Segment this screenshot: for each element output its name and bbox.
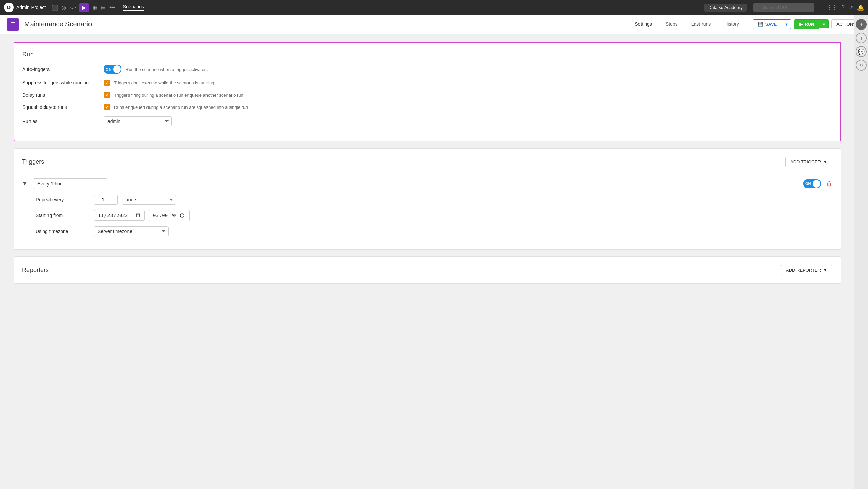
reporters-card: Reporters ADD REPORTER ▼ <box>14 256 841 284</box>
trigger-toggle-knob <box>813 180 820 188</box>
auto-triggers-desc: Run the scenario when a trigger activate… <box>125 67 208 72</box>
add-reporter-dropdown-icon: ▼ <box>823 268 827 273</box>
delay-runs-desc: Triggers firing during a scenario run en… <box>114 93 243 98</box>
run-button[interactable]: ▶ RUN <box>794 20 819 29</box>
trigger-name-input[interactable] <box>33 178 107 189</box>
tab-last-runs[interactable]: Last runs <box>685 19 718 30</box>
run-dropdown-arrow[interactable]: ▼ <box>819 20 828 28</box>
squash-runs-desc: Runs enqueued during a scenario run are … <box>114 105 248 110</box>
run-icon: ▶ <box>799 22 803 27</box>
suppress-triggers-checkbox[interactable]: ✓ <box>104 80 110 86</box>
auto-triggers-label: Auto-triggers <box>22 66 104 72</box>
repeat-unit-select[interactable]: hours minutes days weeks <box>122 195 176 205</box>
toolbar-navigation: Settings Steps Last runs History <box>628 19 746 30</box>
squash-runs-row: Squash delayed runs ✓ Runs enqueued duri… <box>22 104 832 110</box>
dataset-icon[interactable]: ▦ <box>92 4 97 11</box>
page-title: Maintenance Scenario <box>24 20 628 28</box>
run-card-title: Run <box>22 51 832 58</box>
starting-from-row: Starting from <box>36 210 832 221</box>
timezone-label: Using timezone <box>36 229 90 234</box>
repeat-every-label: Repeat every <box>36 197 90 202</box>
scenarios-label: Scenarios <box>123 4 144 11</box>
timezone-row: Using timezone Server timezone UTC Ameri… <box>36 226 832 236</box>
tab-settings[interactable]: Settings <box>628 19 659 30</box>
sidebar-info-icon[interactable]: i <box>856 33 867 43</box>
triggers-card: Triggers ADD TRIGGER ▼ ▼ ON 🗑 <box>14 148 841 250</box>
starting-from-time[interactable] <box>149 210 190 221</box>
more-icon[interactable]: ••• <box>109 4 115 11</box>
menu-icon[interactable]: ☰ <box>7 18 19 31</box>
run-card: Run Auto-triggers ON Run the scenario wh… <box>14 42 841 141</box>
auto-triggers-toggle[interactable]: ON <box>104 65 121 74</box>
help-icon[interactable]: ? <box>842 4 845 11</box>
run-as-select[interactable]: admin <box>104 116 172 126</box>
squash-runs-control: ✓ Runs enqueued during a scenario run ar… <box>104 104 248 110</box>
triggers-card-title: Triggers <box>22 158 44 165</box>
secondary-toolbar: ☰ Maintenance Scenario Settings Steps La… <box>0 15 868 34</box>
add-trigger-dropdown-icon: ▼ <box>823 159 827 164</box>
suppress-triggers-row: Suppress triggers while running ✓ Trigge… <box>22 80 832 86</box>
save-button[interactable]: 💾 SAVE <box>753 20 782 29</box>
delay-runs-label: Delay runs <box>22 92 104 98</box>
tab-steps[interactable]: Steps <box>659 19 685 30</box>
run-as-row: Run as admin <box>22 116 832 126</box>
auto-triggers-control: ON Run the scenario when a trigger activ… <box>104 65 208 74</box>
export-icon[interactable]: ⬛ <box>51 4 58 11</box>
top-navigation: D Admin Project ⬛ ◎ </> ▶ ▦ ▤ ••• Scenar… <box>0 0 868 15</box>
reporters-header: Reporters ADD REPORTER ▼ <box>22 265 832 275</box>
repeat-every-row: Repeat every hours minutes days weeks <box>36 195 832 205</box>
trigger-expand-icon[interactable]: ▼ <box>22 181 27 187</box>
tab-history[interactable]: History <box>717 19 746 30</box>
toggle-knob <box>113 65 121 73</box>
save-icon: 💾 <box>758 22 763 27</box>
search-input[interactable] <box>753 3 814 12</box>
delay-runs-control: ✓ Triggers firing during a scenario run … <box>104 92 243 98</box>
play-icon[interactable]: ▶ <box>79 3 89 12</box>
add-trigger-button[interactable]: ADD TRIGGER ▼ <box>785 157 832 167</box>
right-sidebar: + i 💬 ○ <box>854 15 868 489</box>
trigger-item: ▼ ON 🗑 Repeat every hours minutes <box>22 173 832 236</box>
suppress-triggers-label: Suppress triggers while running <box>22 80 104 85</box>
notebook-icon[interactable]: ▤ <box>101 4 106 11</box>
starting-from-date[interactable] <box>94 210 145 221</box>
timezone-select[interactable]: Server timezone UTC America/New_York Eur… <box>94 226 169 236</box>
save-dropdown-arrow[interactable]: ▼ <box>782 20 791 28</box>
trigger-delete-icon[interactable]: 🗑 <box>826 180 832 188</box>
project-name: Admin Project <box>16 5 46 10</box>
trigger-toggle[interactable]: ON <box>803 179 821 188</box>
workspace-button[interactable]: Dataiku Academy <box>704 4 747 12</box>
squash-runs-label: Squash delayed runs <box>22 104 104 110</box>
triggers-header: Triggers ADD TRIGGER ▼ <box>22 157 832 167</box>
apps-grid-icon[interactable]: ⋮⋮⋮ <box>821 4 837 11</box>
delay-runs-checkbox[interactable]: ✓ <box>104 92 110 98</box>
code-icon[interactable]: </> <box>70 5 76 10</box>
save-button-group: 💾 SAVE ▼ <box>753 19 791 29</box>
sidebar-chat-icon[interactable]: 💬 <box>856 46 867 57</box>
rotate-icon[interactable]: ◎ <box>61 4 66 11</box>
trends-icon[interactable]: ↗ <box>849 4 853 11</box>
sidebar-circle-icon[interactable]: ○ <box>856 60 867 71</box>
squash-runs-checkbox[interactable]: ✓ <box>104 104 110 110</box>
delay-runs-row: Delay runs ✓ Triggers firing during a sc… <box>22 92 832 98</box>
suppress-triggers-desc: Triggers don't execute while the scenari… <box>114 80 214 85</box>
nav-icons-group: ⬛ ◎ </> ▶ ▦ ▤ ••• <box>51 3 115 12</box>
sidebar-add-icon[interactable]: + <box>856 19 867 30</box>
suppress-triggers-control: ✓ Triggers don't execute while the scena… <box>104 80 214 86</box>
starting-from-label: Starting from <box>36 213 90 218</box>
trigger-header: ▼ ON 🗑 <box>22 178 832 189</box>
main-content: Run Auto-triggers ON Run the scenario wh… <box>0 34 854 489</box>
app-logo[interactable]: D <box>4 3 14 12</box>
add-reporter-button[interactable]: ADD REPORTER ▼ <box>781 265 832 275</box>
auto-triggers-row: Auto-triggers ON Run the scenario when a… <box>22 65 832 74</box>
run-as-label: Run as <box>22 119 104 124</box>
reporters-card-title: Reporters <box>22 267 49 274</box>
run-button-group: ▶ RUN ▼ <box>794 19 829 29</box>
trigger-details: Repeat every hours minutes days weeks St… <box>22 195 832 236</box>
notifications-icon[interactable]: 🔔 <box>857 4 864 11</box>
run-as-control: admin <box>104 116 172 126</box>
repeat-every-input[interactable] <box>94 195 118 205</box>
toolbar-actions: 💾 SAVE ▼ ▶ RUN ▼ ACTIONS <box>753 19 861 29</box>
toggle-on-label: ON <box>106 67 112 71</box>
